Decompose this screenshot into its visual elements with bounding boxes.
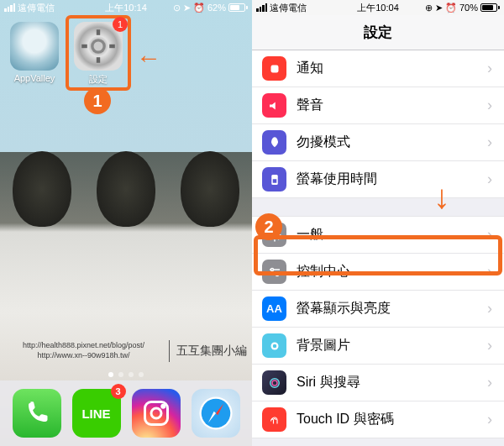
row-touchid[interactable]: Touch ID 與密碼 › <box>252 401 504 438</box>
row-sounds[interactable]: 聲音 › <box>252 87 504 124</box>
svg-rect-1 <box>97 29 100 35</box>
svg-rect-2 <box>97 57 100 63</box>
display-icon: AA <box>262 296 286 321</box>
annotation-arrow-1: ← <box>136 44 161 72</box>
dock-phone[interactable] <box>13 389 61 438</box>
row-wallpaper[interactable]: 背景圖片 › <box>252 328 504 365</box>
svg-point-5 <box>94 42 103 51</box>
row-screentime[interactable]: 螢幕使用時間 › <box>252 161 504 198</box>
svg-point-22 <box>272 380 277 386</box>
battery-pct: 70% <box>459 3 478 13</box>
alarm2-icon: ⏰ <box>193 3 205 13</box>
settings-list: 通知 › 聲音 › 勿擾模式 › 螢幕使用時間 › <box>252 50 504 198</box>
watermark-name: 五互集團小編 <box>176 344 247 359</box>
settings-screen: 遠傳電信 上午10:04 ⊕ ➤ ⏰ 70% 設定 通知 › 聲音 › 勿擾模式… <box>252 0 504 446</box>
svg-rect-3 <box>81 45 87 48</box>
battery-pct: 62% <box>207 3 226 13</box>
annotation-arrow-2: ↓ <box>433 178 450 216</box>
watermark-url2: http://www.xn--90w918h.tw/ <box>5 351 162 361</box>
alarm-icon: ⊕ <box>425 3 433 13</box>
watermark-url1: http://health888.pixnet.net/blog/post/ <box>5 341 162 351</box>
chevron-icon: › <box>487 134 492 151</box>
svg-point-7 <box>151 408 161 418</box>
dock-instagram[interactable] <box>132 389 181 438</box>
location-icon: ➤ <box>183 3 191 13</box>
clock: 上午10:04 <box>357 2 399 14</box>
wallpaper-cat <box>0 151 252 235</box>
chevron-icon: › <box>487 411 492 428</box>
svg-point-20 <box>272 344 276 348</box>
settings-badge: 1 <box>113 17 128 32</box>
signal-icon <box>4 3 15 12</box>
app-appvalley[interactable]: AppValley <box>10 22 59 86</box>
dock: LINE 3 <box>0 380 252 446</box>
notifications-icon <box>262 56 286 81</box>
row-siri[interactable]: Siri 與搜尋 › <box>252 365 504 401</box>
chevron-icon: › <box>487 97 492 114</box>
line-label: LINE <box>81 407 110 421</box>
settings-label: 設定 <box>74 73 123 86</box>
appvalley-icon <box>10 22 59 71</box>
clock: 上午10:14 <box>105 2 147 14</box>
signal-icon <box>256 3 267 12</box>
page-indicator[interactable] <box>0 372 252 377</box>
carrier-label: 遠傳電信 <box>270 2 307 14</box>
row-display[interactable]: AA 螢幕顯示與亮度 › <box>252 291 504 328</box>
alarm-icon: ⊙ <box>173 3 181 13</box>
chevron-icon: › <box>487 60 492 77</box>
watermark: http://health888.pixnet.net/blog/post/ h… <box>0 340 252 362</box>
svg-rect-4 <box>109 45 115 48</box>
page-title: 設定 <box>252 15 504 50</box>
chevron-icon: › <box>487 337 492 354</box>
line-badge: 3 <box>111 384 126 399</box>
siri-icon <box>262 370 286 395</box>
sound-icon <box>262 93 286 118</box>
dock-line[interactable]: LINE 3 <box>72 389 121 438</box>
chevron-icon: › <box>487 374 492 391</box>
battery-icon <box>480 3 500 12</box>
status-bar: 遠傳電信 上午10:14 ⊙ ➤ ⏰ 62% <box>0 0 252 15</box>
touchid-icon <box>262 407 286 432</box>
chevron-icon: › <box>487 300 492 317</box>
appvalley-label: AppValley <box>10 73 59 83</box>
row-notifications[interactable]: 通知 › <box>252 50 504 87</box>
wallpaper-icon <box>262 333 286 358</box>
dock-safari[interactable] <box>192 389 240 438</box>
annotation-step-1: 1 <box>84 87 111 114</box>
screentime-icon <box>262 167 286 192</box>
svg-rect-13 <box>270 65 278 72</box>
svg-rect-15 <box>272 179 276 183</box>
alarm2-icon: ⏰ <box>445 3 457 13</box>
annotation-step-2: 2 <box>255 213 282 240</box>
row-dnd[interactable]: 勿擾模式 › <box>252 124 504 161</box>
carrier-label: 遠傳電信 <box>18 2 55 14</box>
app-settings[interactable]: 1 設定 <box>74 22 123 86</box>
settings-icon: 1 <box>74 22 123 71</box>
location-icon: ➤ <box>435 3 443 13</box>
battery-icon <box>228 3 248 12</box>
annotation-highlight-2 <box>254 235 502 275</box>
home-screen: 遠傳電信 上午10:14 ⊙ ➤ ⏰ 62% AppValley 1 設定 ← … <box>0 0 252 446</box>
chevron-icon: › <box>487 171 492 188</box>
dnd-icon <box>262 130 286 155</box>
status-bar: 遠傳電信 上午10:04 ⊕ ➤ ⏰ 70% <box>252 0 504 15</box>
svg-point-8 <box>161 405 164 407</box>
